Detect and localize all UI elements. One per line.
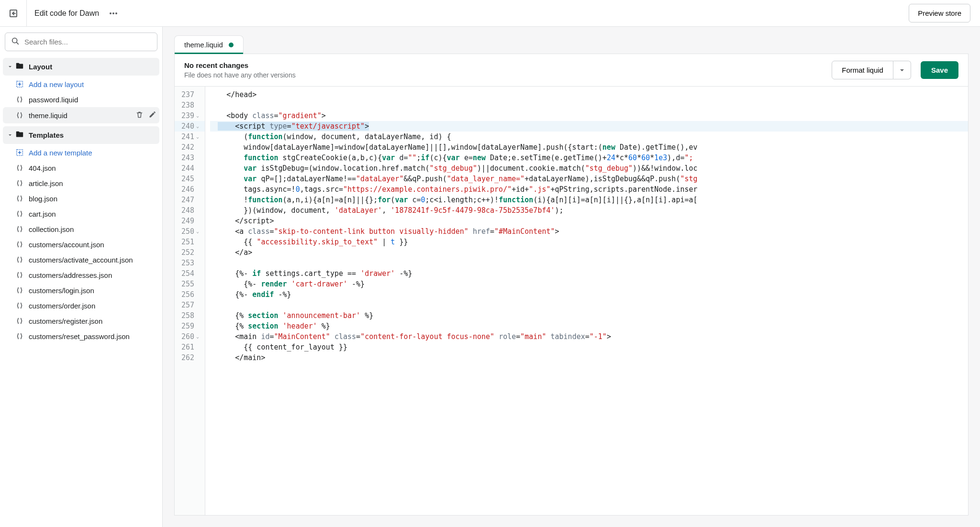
folder-header-layout[interactable]: Layout xyxy=(3,58,159,76)
code-line[interactable]: tags.async=!0,tags.src="https://example.… xyxy=(210,184,968,195)
line-number[interactable]: 251 xyxy=(175,237,205,247)
format-liquid-button[interactable]: Format liquid xyxy=(832,61,893,79)
line-number[interactable]: 254 xyxy=(175,268,205,279)
line-number[interactable]: 252 xyxy=(175,247,205,258)
code-line[interactable]: <body class="gradient"> xyxy=(210,110,968,121)
file-label: cart.json xyxy=(29,210,56,218)
file-item[interactable]: customers/reset_password.json xyxy=(3,329,159,344)
line-number[interactable]: 245 xyxy=(175,174,205,184)
code-line[interactable]: {%- if settings.cart_type == 'drawer' -%… xyxy=(210,268,968,279)
code-line[interactable]: })(window, document, 'dataLayer', '18782… xyxy=(210,205,968,216)
code-line[interactable]: window[dataLayerName]=window[dataLayerNa… xyxy=(210,142,968,153)
search-files-input[interactable] xyxy=(5,33,157,51)
line-number[interactable]: 244 xyxy=(175,163,205,174)
add-new-templates[interactable]: Add a new template xyxy=(3,145,159,160)
file-icon xyxy=(15,271,24,279)
line-number[interactable]: 257 xyxy=(175,300,205,310)
file-item[interactable]: blog.json xyxy=(3,191,159,206)
line-number[interactable]: 237 xyxy=(175,89,205,100)
file-icon xyxy=(15,332,24,340)
svg-point-1 xyxy=(110,12,111,14)
file-label: customers/login.json xyxy=(29,286,94,295)
code-line[interactable]: var isStgDebug=(window.location.href.mat… xyxy=(210,163,968,174)
code-line[interactable]: </head> xyxy=(210,89,968,100)
line-number[interactable]: 238 xyxy=(175,100,205,110)
file-item[interactable]: collection.json xyxy=(3,221,159,237)
editor-tab[interactable]: theme.liquid xyxy=(174,35,244,54)
code-line[interactable]: </script> xyxy=(210,216,968,226)
file-icon xyxy=(15,255,24,264)
recent-changes-subtitle: File does not have any other versions xyxy=(184,71,296,79)
line-number[interactable]: 247 xyxy=(175,195,205,205)
code-line[interactable]: (function(window, document, dataLayerNam… xyxy=(210,132,968,142)
line-number[interactable]: 261 xyxy=(175,342,205,352)
line-number[interactable]: 249 xyxy=(175,216,205,226)
code-line[interactable] xyxy=(210,100,968,110)
line-number[interactable]: 259 xyxy=(175,321,205,331)
code-line[interactable] xyxy=(210,258,968,268)
line-number[interactable]: 240⌄ xyxy=(175,121,205,132)
file-item[interactable]: customers/activate_account.json xyxy=(3,252,159,267)
code-line[interactable]: </main> xyxy=(210,352,968,363)
code-line[interactable]: {% section 'header' %} xyxy=(210,321,968,331)
code-line[interactable]: <main id="MainContent" class="content-fo… xyxy=(210,331,968,342)
file-icon xyxy=(15,317,24,325)
code-line[interactable]: {% section 'announcement-bar' %} xyxy=(210,310,968,321)
tab-label: theme.liquid xyxy=(184,41,223,49)
code-line[interactable]: {%- render 'cart-drawer' -%} xyxy=(210,279,968,289)
line-number[interactable]: 260⌄ xyxy=(175,331,205,342)
code-line[interactable]: {{ "accessibility.skip_to_text" | t }} xyxy=(210,237,968,247)
svg-point-2 xyxy=(112,12,114,14)
code-line[interactable]: {{ content_for_layout }} xyxy=(210,342,968,352)
line-number[interactable]: 258 xyxy=(175,310,205,321)
search-input-field[interactable] xyxy=(24,38,151,46)
line-gutter: 237238239⌄240⌄241⌄2422432442452462472482… xyxy=(175,87,205,515)
code-line[interactable]: function stgCreateCookie(a,b,c){var d=""… xyxy=(210,153,968,163)
line-number[interactable]: 243 xyxy=(175,153,205,163)
file-item[interactable]: 404.json xyxy=(3,160,159,176)
line-number[interactable]: 250⌄ xyxy=(175,226,205,237)
file-label: password.liquid xyxy=(29,96,78,104)
file-label: customers/register.json xyxy=(29,317,102,325)
code-line[interactable] xyxy=(210,300,968,310)
rename-file-button[interactable] xyxy=(148,110,156,120)
format-dropdown-button[interactable] xyxy=(893,61,911,79)
file-item[interactable]: customers/order.json xyxy=(3,298,159,313)
add-label: Add a new template xyxy=(29,149,92,157)
line-number[interactable]: 253 xyxy=(175,258,205,268)
line-number[interactable]: 262 xyxy=(175,352,205,363)
preview-store-button[interactable]: Preview store xyxy=(909,4,970,22)
code-line[interactable]: {%- endif -%} xyxy=(210,289,968,300)
file-item[interactable]: article.json xyxy=(3,176,159,191)
delete-file-button[interactable] xyxy=(135,110,144,120)
line-number[interactable]: 255 xyxy=(175,279,205,289)
line-number[interactable]: 248 xyxy=(175,205,205,216)
code-line[interactable]: <a class="skip-to-content-link button vi… xyxy=(210,226,968,237)
code-line[interactable]: <script type="text/javascript"> xyxy=(210,121,968,132)
line-number[interactable]: 246 xyxy=(175,184,205,195)
folder-header-templates[interactable]: Templates xyxy=(3,126,159,144)
file-item[interactable]: password.liquid xyxy=(3,92,159,107)
file-item[interactable]: customers/register.json xyxy=(3,313,159,329)
code-line[interactable]: var qP=[];dataLayerName!=="dataLayer"&&q… xyxy=(210,174,968,184)
code-line[interactable]: !function(a,n,i){a[n]=a[n]||{};for(var c… xyxy=(210,195,968,205)
more-menu-button[interactable] xyxy=(105,5,122,22)
code-line[interactable]: </a> xyxy=(210,247,968,258)
save-button[interactable]: Save xyxy=(921,61,958,79)
exit-button[interactable] xyxy=(0,0,27,27)
line-number[interactable]: 239⌄ xyxy=(175,110,205,121)
code-content[interactable]: </head> <body class="gradient"> <script … xyxy=(205,87,968,515)
add-new-layout[interactable]: Add a new layout xyxy=(3,77,159,92)
file-item[interactable]: customers/login.json xyxy=(3,283,159,298)
file-item[interactable]: theme.liquid xyxy=(3,107,159,123)
recent-changes-title: No recent changes xyxy=(184,61,296,69)
file-icon xyxy=(15,286,24,295)
code-editor[interactable]: 237238239⌄240⌄241⌄2422432442452462472482… xyxy=(174,87,969,516)
file-item[interactable]: customers/account.json xyxy=(3,237,159,252)
file-item[interactable]: customers/addresses.json xyxy=(3,267,159,283)
line-number[interactable]: 241⌄ xyxy=(175,132,205,142)
file-item[interactable]: cart.json xyxy=(3,206,159,221)
line-number[interactable]: 256 xyxy=(175,289,205,300)
line-number[interactable]: 242 xyxy=(175,142,205,153)
chevron-down-icon xyxy=(7,133,13,138)
